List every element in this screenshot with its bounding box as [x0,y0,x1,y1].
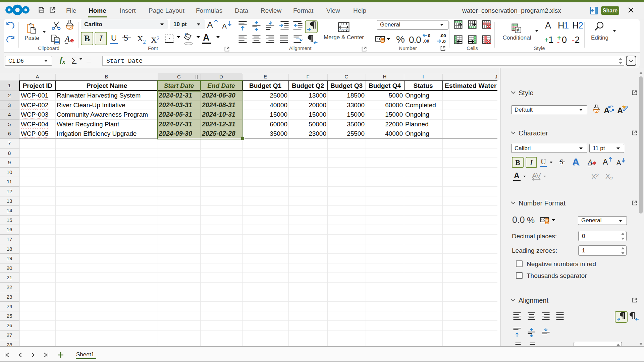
svg-text:0: 0 [428,33,431,38]
svg-text:A: A [64,35,70,44]
svg-text:.00: .00 [440,33,446,38]
svg-text:A: A [588,158,593,166]
svg-text:≠: ≠ [517,27,520,33]
svg-text:.0: .0 [442,39,446,44]
svg-text:.00: .00 [423,39,429,44]
